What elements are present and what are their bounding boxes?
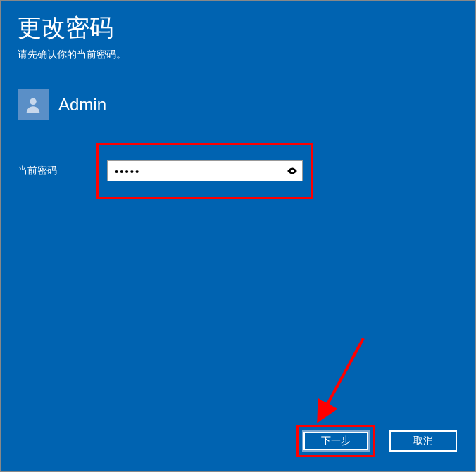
password-field-wrap[interactable]: [107, 160, 303, 181]
button-bar: 下一步 取消: [296, 425, 463, 457]
next-button-highlight-annotation: 下一步: [296, 425, 375, 457]
page-title: 更改密码: [1, 1, 475, 44]
username-label: Admin: [58, 95, 106, 115]
annotation-arrow: [293, 331, 370, 437]
svg-line-1: [321, 338, 363, 416]
current-password-input[interactable]: [108, 165, 282, 177]
next-button[interactable]: 下一步: [302, 430, 370, 452]
user-section: Admin: [18, 89, 475, 120]
cancel-button[interactable]: 取消: [389, 430, 457, 452]
current-password-row: 当前密码: [18, 143, 475, 199]
user-icon: [23, 95, 43, 115]
svg-point-0: [30, 98, 36, 105]
input-highlight-annotation: [96, 143, 313, 199]
cancel-button-wrap: 取消: [384, 425, 463, 457]
page-subtitle: 请先确认你的当前密码。: [1, 44, 475, 61]
eye-icon: [286, 165, 299, 177]
reveal-password-button[interactable]: [282, 161, 302, 181]
avatar: [18, 89, 49, 120]
current-password-label: 当前密码: [18, 165, 96, 177]
